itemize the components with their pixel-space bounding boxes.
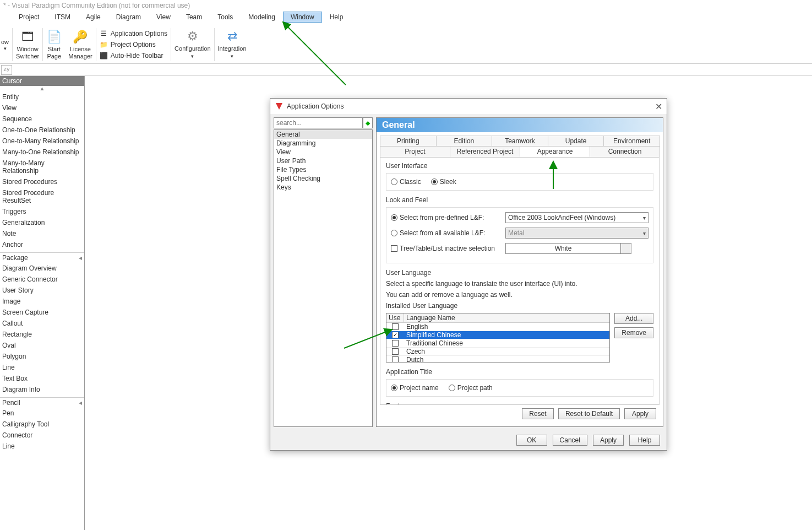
- tool-item[interactable]: One-to-Many Relationship: [0, 136, 84, 147]
- side-header-pencil[interactable]: Pencil ◂: [0, 398, 84, 408]
- tool-item[interactable]: Rectangle: [0, 329, 84, 340]
- tool-item[interactable]: Diagram Overview: [0, 263, 84, 274]
- category-item[interactable]: User Path: [274, 156, 372, 165]
- side-header-package[interactable]: Package ◂: [0, 253, 84, 263]
- tool-item[interactable]: Callout: [0, 318, 84, 329]
- tab-project[interactable]: Project: [380, 146, 450, 157]
- menu-item-view[interactable]: View: [149, 12, 178, 23]
- tool-item[interactable]: Screen Capture: [0, 307, 84, 318]
- category-item[interactable]: Keys: [274, 183, 372, 192]
- language-row[interactable]: Traditional Chinese: [386, 339, 609, 348]
- language-row[interactable]: English: [386, 323, 609, 331]
- menu-item-modeling[interactable]: Modeling: [241, 12, 283, 23]
- category-item[interactable]: File Types: [274, 165, 372, 174]
- menu-item-window[interactable]: Window: [283, 12, 322, 23]
- menu-item-diagram[interactable]: Diagram: [108, 12, 149, 23]
- category-item[interactable]: Spell Checking: [274, 174, 372, 183]
- menu-item-help[interactable]: Help: [322, 12, 351, 23]
- reset-default-button[interactable]: Reset to Default: [558, 408, 620, 419]
- category-item[interactable]: Diagramming: [274, 139, 372, 148]
- ok-button[interactable]: OK: [516, 435, 547, 446]
- remove-language-button[interactable]: Remove: [614, 327, 653, 338]
- use-checkbox[interactable]: [392, 332, 399, 338]
- tool-item[interactable]: Note: [0, 228, 84, 239]
- menu-item-itsm[interactable]: ITSM: [47, 12, 78, 23]
- menu-item-team[interactable]: Team: [178, 12, 210, 23]
- tool-item[interactable]: Calligraphy Tool: [0, 419, 84, 430]
- configuration-button[interactable]: ⚙ Configuration▾: [171, 28, 214, 61]
- tool-item[interactable]: Pen: [0, 408, 84, 419]
- apply-button[interactable]: Apply: [624, 408, 656, 419]
- tool-item[interactable]: Text Box: [0, 373, 84, 384]
- tool-item[interactable]: Stored Procedure ResultSet: [0, 187, 84, 206]
- tool-item[interactable]: Polygon: [0, 351, 84, 362]
- tool-item[interactable]: Sequence: [0, 113, 84, 125]
- search-go-button[interactable]: ◆: [363, 117, 373, 128]
- project-path-radio[interactable]: Project path: [449, 384, 493, 392]
- tool-item[interactable]: Oval: [0, 340, 84, 351]
- tool-item[interactable]: Anchor: [0, 239, 84, 250]
- language-row[interactable]: Dutch: [386, 356, 609, 363]
- category-item[interactable]: View: [274, 148, 372, 156]
- footer-apply-button[interactable]: Apply: [593, 435, 624, 446]
- predef-lf-radio[interactable]: Select from pre-defined L&F:: [391, 214, 501, 221]
- tool-item[interactable]: Generalization: [0, 217, 84, 228]
- tool-item[interactable]: User Story: [0, 285, 84, 296]
- inactive-color-field[interactable]: White: [505, 243, 621, 254]
- license-manager-button[interactable]: 🔑 License Manager: [65, 28, 95, 61]
- tree-inactive-checkbox[interactable]: Tree/Table/List inactive selection: [391, 245, 501, 252]
- start-page-button[interactable]: 📄 Start Page: [43, 28, 65, 61]
- tab-printing[interactable]: Printing: [380, 136, 437, 146]
- tool-item[interactable]: Line: [0, 362, 84, 373]
- window-switcher-button[interactable]: 🗔 Window Switcher: [13, 28, 42, 61]
- all-lf-radio[interactable]: Select from all available L&F:: [391, 229, 501, 237]
- application-options-button[interactable]: ☰ Application Options: [100, 28, 167, 39]
- menu-item-tools[interactable]: Tools: [210, 12, 241, 23]
- ribbon-ow[interactable]: ow ▾: [0, 36, 12, 52]
- cancel-button[interactable]: Cancel: [553, 435, 587, 446]
- tool-item[interactable]: One-to-One Relationship: [0, 125, 84, 136]
- language-table[interactable]: Use Language Name EnglishSimplified Chin…: [386, 313, 610, 363]
- integration-button[interactable]: ⇄ Integration▾: [215, 28, 250, 61]
- tool-item[interactable]: Triggers: [0, 206, 84, 217]
- use-checkbox[interactable]: [392, 340, 399, 347]
- help-button[interactable]: Help: [629, 435, 660, 446]
- predef-lf-combo[interactable]: Office 2003 LookAndFeel (Windows): [505, 212, 648, 223]
- tab-edition[interactable]: Edition: [436, 136, 493, 146]
- tab-update[interactable]: Update: [548, 136, 604, 146]
- menu-item-project[interactable]: Project: [11, 12, 47, 23]
- menu-item-agile[interactable]: Agile: [78, 12, 108, 23]
- tab-teamwork[interactable]: Teamwork: [492, 136, 548, 146]
- category-item[interactable]: General: [274, 130, 372, 139]
- tab-connection[interactable]: Connection: [590, 146, 660, 157]
- tab-referenced-project[interactable]: Referenced Project: [450, 146, 520, 157]
- language-row[interactable]: Czech: [386, 348, 609, 356]
- language-row[interactable]: Simplified Chinese: [386, 331, 609, 339]
- tool-item[interactable]: Many-to-Many Relationship: [0, 158, 84, 176]
- collapse-arrow-icon[interactable]: ▲: [0, 86, 84, 91]
- tool-item[interactable]: Many-to-One Relationship: [0, 147, 84, 158]
- search-input[interactable]: [274, 117, 363, 128]
- dialog-close-button[interactable]: ✕: [655, 101, 662, 112]
- tool-item[interactable]: Generic Connector: [0, 274, 84, 285]
- project-options-button[interactable]: 📁 Project Options: [100, 39, 167, 50]
- tool-item[interactable]: Line: [0, 441, 84, 452]
- tool-item[interactable]: Connector: [0, 430, 84, 441]
- tab-environment[interactable]: Environment: [603, 136, 660, 146]
- side-header-cursor[interactable]: Cursor: [0, 76, 84, 86]
- reset-button[interactable]: Reset: [522, 408, 554, 419]
- tab-appearance[interactable]: Appearance: [520, 146, 590, 157]
- tool-item[interactable]: Stored Procedures: [0, 176, 84, 187]
- use-checkbox[interactable]: [392, 348, 399, 355]
- auto-hide-toolbar-button[interactable]: ⬛ Auto-Hide Toolbar: [100, 50, 167, 61]
- use-checkbox[interactable]: [392, 323, 399, 330]
- classic-radio[interactable]: Classic: [391, 178, 421, 186]
- sleek-radio[interactable]: Sleek: [431, 178, 456, 186]
- add-language-button[interactable]: Add...: [614, 313, 653, 324]
- use-checkbox[interactable]: [392, 356, 399, 363]
- tool-item[interactable]: Diagram Info: [0, 384, 84, 395]
- color-picker-button[interactable]: [620, 243, 631, 254]
- tool-item[interactable]: View: [0, 102, 84, 113]
- project-name-radio[interactable]: Project name: [391, 384, 439, 392]
- tool-item[interactable]: Image: [0, 296, 84, 307]
